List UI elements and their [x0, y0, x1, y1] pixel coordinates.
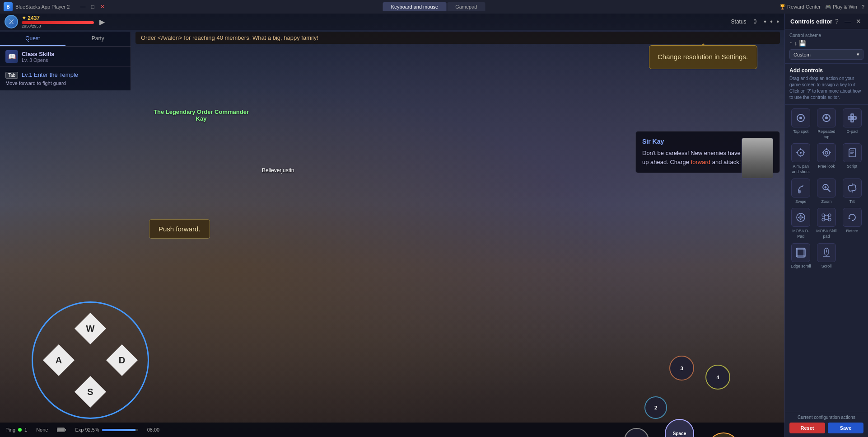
minimize-button[interactable]: —	[79, 4, 86, 10]
ctrl-free-look[interactable]: Free look	[815, 143, 838, 174]
tab-gamepad[interactable]: Gamepad	[447, 2, 485, 11]
ping-dot	[18, 428, 22, 432]
ctrl-aim-pan-shoot[interactable]: Aim, pan and shoot	[789, 143, 812, 174]
svg-line-33	[827, 189, 830, 192]
add-controls: Add controls Drag and drop an action on …	[785, 64, 868, 105]
dpad-icon	[843, 108, 862, 127]
tab-keyboard-mouse[interactable]: Keyboard and mouse	[383, 2, 447, 11]
rotate-label: Rotate	[846, 229, 858, 234]
ctrl-empty	[840, 243, 863, 269]
quest-icon: 📖	[5, 50, 18, 63]
ctrl-swipe[interactable]: Swipe	[789, 179, 812, 205]
moba-skill-icon	[817, 208, 836, 227]
push-tooltip: Push forward.	[149, 219, 210, 239]
controls-help-button[interactable]: ?	[833, 17, 841, 25]
reset-button[interactable]: Reset	[789, 423, 825, 433]
win-controls: — □ ✕	[79, 4, 106, 10]
time-label: 08:00	[147, 427, 160, 432]
announcement-banner: Order <Avalon> for reaching 40 members. …	[135, 32, 780, 44]
zoom-icon	[817, 179, 836, 197]
swipe-icon	[791, 179, 810, 197]
quest-main-title: Tab Lv.1 Enter the Temple	[5, 71, 125, 79]
tilt-label: Tilt	[849, 199, 855, 205]
aim-pan-shoot-label: Aim, pan and shoot	[789, 164, 812, 174]
play-win-button[interactable]: 🎮 Play & Win	[825, 4, 857, 10]
ctrl-repeated-tap[interactable]: Repeated tap	[815, 108, 838, 140]
footer-buttons: Reset Save	[789, 423, 863, 433]
svg-point-45	[824, 215, 829, 220]
control-scheme: Control scheme ↑ ↓ 💾 Custom ▾	[785, 29, 868, 64]
ctrl-script[interactable]: Script	[840, 143, 863, 174]
svg-marker-25	[849, 149, 855, 157]
close-button[interactable]: ✕	[99, 4, 106, 10]
repeated-tap-label: Repeated tap	[815, 129, 838, 140]
controls-close-button[interactable]: ✕	[854, 17, 863, 25]
scroll-icon	[817, 243, 836, 262]
swipe-label: Swipe	[795, 199, 807, 205]
exp-bar	[102, 429, 138, 431]
script-label: Script	[847, 164, 857, 169]
add-controls-title: Add controls	[789, 67, 863, 74]
svg-rect-1	[65, 429, 66, 431]
tab-quest[interactable]: Quest	[0, 32, 65, 46]
tab-bar: Keyboard and mouse Gamepad	[383, 2, 485, 11]
free-look-icon	[817, 143, 836, 162]
tab-key: Tab	[5, 72, 18, 79]
edge-scroll-icon	[791, 243, 810, 262]
ctrl-moba-dpad[interactable]: MOBA D- Pad	[789, 208, 812, 239]
player-stats: ✦ 2437 2958/2958	[22, 15, 94, 28]
svg-rect-54	[796, 248, 798, 257]
scheme-import-button[interactable]: ↓	[794, 40, 798, 47]
scroll-label: Scroll	[821, 264, 832, 269]
svg-point-4	[799, 117, 802, 119]
ctrl-zoom[interactable]: Zoom	[815, 179, 838, 205]
player-label: Believerjustin	[262, 167, 294, 174]
resolution-tooltip-text: Change resolution in Settings.	[658, 52, 749, 62]
skill-3-button[interactable]: 3	[669, 356, 694, 381]
player-info: ⚔ ✦ 2437 2958/2958 ▶	[5, 15, 105, 28]
moba-skill-label: MOBA Skill pad	[815, 229, 838, 239]
ctrl-tap-spot[interactable]: Tap spot	[789, 108, 812, 140]
svg-point-40	[799, 216, 803, 219]
rotate-icon	[843, 208, 862, 227]
ctrl-tilt[interactable]: Tilt	[840, 179, 863, 205]
expand-arrow[interactable]: ▶	[99, 18, 105, 26]
skill-4-button[interactable]: 4	[705, 365, 730, 390]
svg-point-49	[828, 218, 831, 221]
controls-footer: Current configuration actions Reset Save	[785, 412, 868, 437]
save-button[interactable]: Save	[828, 423, 863, 433]
none-label: None	[36, 427, 48, 432]
scheme-share-button[interactable]: ↑	[789, 40, 793, 47]
quest-tabs: Quest Party	[0, 32, 131, 47]
scheme-save-button[interactable]: 💾	[799, 40, 806, 47]
add-controls-desc: Drag and drop an action on your game scr…	[789, 75, 863, 101]
hp-text: 2958/2958	[22, 24, 94, 28]
svg-marker-41	[800, 214, 802, 216]
more-options-button[interactable]: • • •	[764, 18, 780, 26]
controls-row-3: Swipe Zoom	[789, 179, 863, 205]
reward-center-button[interactable]: 🏆 Reward Center	[779, 4, 821, 10]
help-button[interactable]: ?	[862, 4, 864, 9]
tab-party[interactable]: Party	[65, 32, 131, 46]
moba-dpad-label: MOBA D- Pad	[789, 229, 812, 239]
ctrl-moba-skill[interactable]: MOBA Skill pad	[815, 208, 838, 239]
app-icon: B	[4, 2, 13, 11]
npc-name: The Legendary Order Commander Kay	[154, 108, 249, 122]
battery-icon	[57, 428, 66, 432]
ctrl-scroll[interactable]: Scroll	[815, 243, 838, 269]
exp-container: Exp 92.5%	[75, 427, 138, 432]
app-title: BlueStacks App Player 2	[15, 4, 70, 9]
ctrl-dpad[interactable]: D-pad	[840, 108, 863, 140]
ping-info: Ping 1	[5, 427, 27, 432]
controls-row-2: Aim, pan and shoot Free look	[789, 143, 863, 174]
ctrl-rotate[interactable]: Rotate	[840, 208, 863, 239]
skill-2-button[interactable]: 2	[644, 396, 667, 419]
scheme-dropdown[interactable]: Custom ▾	[789, 49, 863, 60]
ctrl-edge-scroll[interactable]: Edge scroll	[789, 243, 812, 269]
quest-panel: Quest Party 📖 Class Skills Lv. 3 Opens T…	[0, 32, 131, 90]
controls-min-button[interactable]: —	[844, 17, 852, 25]
script-icon	[843, 143, 862, 162]
maximize-button[interactable]: □	[89, 4, 96, 10]
tilt-icon	[843, 179, 862, 197]
edge-scroll-label: Edge scroll	[791, 264, 811, 269]
